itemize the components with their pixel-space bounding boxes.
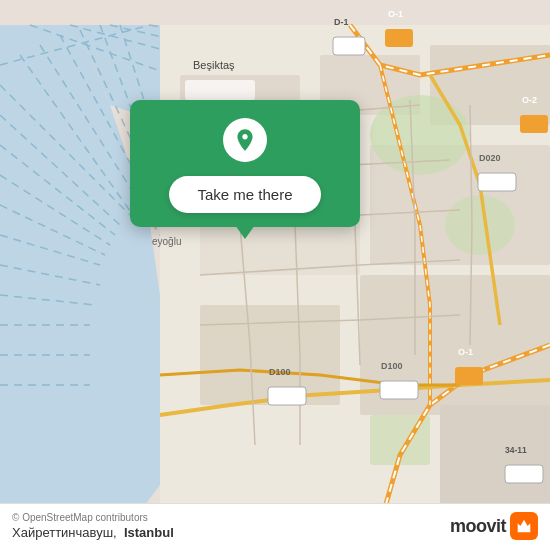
svg-rect-38 (333, 37, 365, 55)
svg-rect-36 (380, 381, 418, 399)
moovit-logo: moovit (450, 512, 538, 540)
svg-rect-35 (268, 387, 306, 405)
city-name: Istanbul (124, 525, 174, 540)
svg-rect-34 (185, 80, 255, 100)
svg-rect-42 (505, 465, 543, 483)
popup-card: Take me there (130, 100, 360, 227)
map-container: Beşiktaş D100 D100 D020 D-1 O-1 O-1 O-2 … (0, 0, 550, 550)
svg-rect-39 (385, 29, 413, 47)
map-svg (0, 0, 550, 550)
bottom-bar: © OpenStreetMap contributors Хайреттинча… (0, 503, 550, 550)
svg-rect-37 (478, 173, 516, 191)
popup-arrow (235, 225, 255, 239)
location-name: Хайреттинчавуш, Istanbul (12, 525, 174, 540)
svg-point-32 (445, 195, 515, 255)
svg-rect-41 (520, 115, 548, 133)
moovit-logo-icon (510, 512, 538, 540)
osm-attribution: © OpenStreetMap contributors (12, 512, 174, 523)
moovit-logo-text: moovit (450, 516, 506, 537)
location-pin-icon (223, 118, 267, 162)
take-me-there-button[interactable]: Take me there (169, 176, 320, 213)
svg-rect-40 (455, 367, 483, 385)
